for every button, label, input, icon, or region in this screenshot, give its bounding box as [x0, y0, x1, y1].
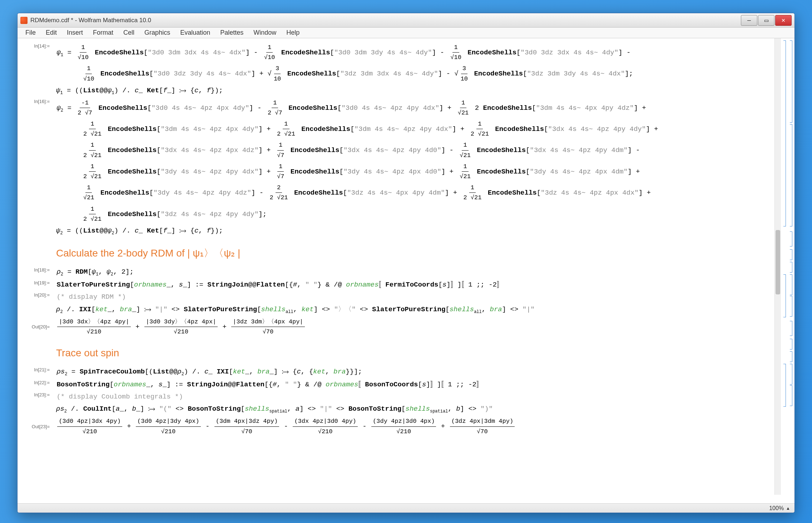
cell-bracket[interactable]	[790, 339, 792, 350]
out-label-20: Out[20]=	[31, 323, 50, 331]
in-label-23: In[23]:=	[31, 391, 50, 399]
cell-bracket[interactable]	[783, 274, 786, 317]
menu-palettes[interactable]: Palettes	[215, 28, 248, 38]
vertical-scrollbar[interactable]	[774, 38, 781, 495]
cell-bracket[interactable]	[790, 124, 792, 226]
menu-cell[interactable]: Cell	[118, 28, 139, 38]
zoom-level[interactable]: 100%	[769, 505, 784, 512]
app-window: RDMdemo.cdf * - Wolfram Mathematica 10.0…	[17, 13, 795, 513]
cell-bracket[interactable]	[790, 364, 792, 385]
comment-display-rdm: (* display RDM *)	[56, 293, 126, 301]
section-heading-rdm[interactable]: Calculate the 2-body RDM of | ψ₁〉〈ψ₂ |	[56, 245, 766, 262]
cell-bracket[interactable]	[790, 385, 792, 406]
menu-evaluation[interactable]: Evaluation	[175, 28, 215, 38]
in-label-19: In[19]:=	[31, 279, 50, 287]
cell-bracket[interactable]	[790, 296, 792, 317]
in-label-22: In[22]:=	[31, 379, 50, 387]
in-label-14: In[14]:=	[31, 43, 50, 50]
maximize-button[interactable]: ▭	[758, 15, 774, 26]
in-label-18: In[18]:=	[31, 267, 50, 274]
menu-edit[interactable]: Edit	[41, 28, 62, 38]
input-cell-19[interactable]: In[19]:= SlaterToPureString[orbnames_, s…	[31, 279, 766, 290]
in-label-psi2: In[16]:=	[31, 98, 50, 106]
cell-bracket[interactable]	[790, 262, 792, 273]
minimize-button[interactable]: ─	[741, 15, 757, 26]
menu-format[interactable]: Format	[88, 28, 118, 38]
scrollbar-thumb[interactable]	[776, 230, 780, 294]
input-cell-22[interactable]: In[22]:= BosonToString[orbnames_, s_] :=…	[31, 379, 766, 390]
output-cell-20[interactable]: Out[20]= |3d0 3dx〉〈4pz 4py|210 + |3d0 3d…	[31, 317, 766, 337]
menu-graphics[interactable]: Graphics	[139, 28, 175, 38]
cell-bracket[interactable]	[790, 231, 792, 246]
notebook[interactable]: In[14]:= ψ1 = 110 EncodeShells["3d0 3dm …	[24, 38, 773, 495]
menu-insert[interactable]: Insert	[62, 28, 88, 38]
content-area: In[14]:= ψ1 = 110 EncodeShells["3d0 3dm …	[18, 38, 794, 503]
in-label-21: In[21]:=	[31, 366, 50, 374]
cell-bracket[interactable]	[790, 249, 792, 260]
psi2-line3[interactable]: 12 21 EncodeShells["3dx 4s 4s~ 4pz 4px 4…	[81, 140, 766, 160]
input-cell-psi2[interactable]: In[16]:= ψ2 = -12 7 EncodeShells["3d0 4s…	[31, 98, 766, 118]
titlebar[interactable]: RDMdemo.cdf * - Wolfram Mathematica 10.0…	[18, 13, 794, 28]
psi2-line4[interactable]: 12 21 EncodeShells["3dy 4s 4s~ 4pz 4py 4…	[81, 162, 766, 181]
input-cell-14[interactable]: In[14]:= ψ1 = 110 EncodeShells["3d0 3dm …	[31, 43, 766, 62]
section-heading-trace[interactable]: Trace out spin	[56, 345, 766, 361]
cell-bracket[interactable]	[783, 40, 786, 226]
input-cell-23[interactable]: In[23]:= (* display Coulomb integrals *)	[31, 391, 766, 402]
input-cell-23b[interactable]: ρs2 /. CoulInt[a_, b_] ⧴ "(" <> BosonToS…	[56, 404, 766, 415]
in-label-20: In[20]:=	[31, 292, 50, 299]
output-cell-23[interactable]: Out[23]= (3d0 4pz|3dx 4py)210 + (3d0 4pz…	[31, 416, 766, 436]
cell-bracket[interactable]	[783, 364, 786, 407]
menu-help[interactable]: Help	[281, 28, 304, 38]
out-label-23: Out[23]=	[31, 423, 50, 431]
app-icon	[20, 17, 28, 24]
cell-bracket[interactable]	[790, 351, 792, 362]
cell-bracket[interactable]	[790, 40, 792, 123]
psi2-transform[interactable]: ψ2 = ((List@@ψ2) /. c_ Ket[f_] ⧴ {c, f})…	[56, 225, 766, 237]
cell-bracket[interactable]	[790, 321, 792, 336]
zoom-arrow-icon[interactable]: ▲	[786, 506, 790, 511]
menubar: File Edit Insert Format Cell Graphics Ev…	[18, 28, 794, 38]
menu-window[interactable]: Window	[248, 28, 281, 38]
statusbar: 100% ▲	[18, 503, 794, 513]
close-button[interactable]: ✕	[775, 15, 792, 26]
psi2-line2[interactable]: 12 21 EncodeShells["3dm 4s 4s~ 4pz 4px 4…	[81, 119, 766, 139]
psi1-transform[interactable]: ψ1 = ((List@@ψ1) /. c_ Ket[f_] ⧴ {c, f})…	[56, 85, 766, 97]
cell-bracket[interactable]	[790, 274, 792, 295]
input-cell-18[interactable]: In[18]:= ρ2 = RDM[ψ1, ψ2, 2];	[31, 267, 766, 278]
psi2-line6[interactable]: 12 21 EncodeShells["3dz 4s 4s~ 4pz 4py 4…	[81, 204, 766, 224]
psi2-line5[interactable]: 121 EncodeShells["3dy 4s 4s~ 4pz 4py 4dz…	[81, 183, 766, 202]
input-cell-14-cont[interactable]: 110 EncodeShells["3d0 3dz 3dy 4s 4s~ 4dx…	[81, 64, 766, 83]
comment-display-coul: (* display Coulomb integrals *)	[56, 393, 183, 401]
cell-bracket-strip	[782, 38, 794, 495]
window-title: RDMdemo.cdf * - Wolfram Mathematica 10.0	[30, 17, 151, 24]
input-cell-20[interactable]: In[20]:= (* display RDM *)	[31, 292, 766, 302]
input-cell-21[interactable]: In[21]:= ρs2 = SpinTraceCoulomb[(List@@ρ…	[31, 366, 766, 378]
input-cell-20b[interactable]: ρ2 /. IXI[ket_, bra_] ⧴ "|" <> SlaterToP…	[56, 304, 766, 316]
menu-file[interactable]: File	[20, 28, 41, 38]
